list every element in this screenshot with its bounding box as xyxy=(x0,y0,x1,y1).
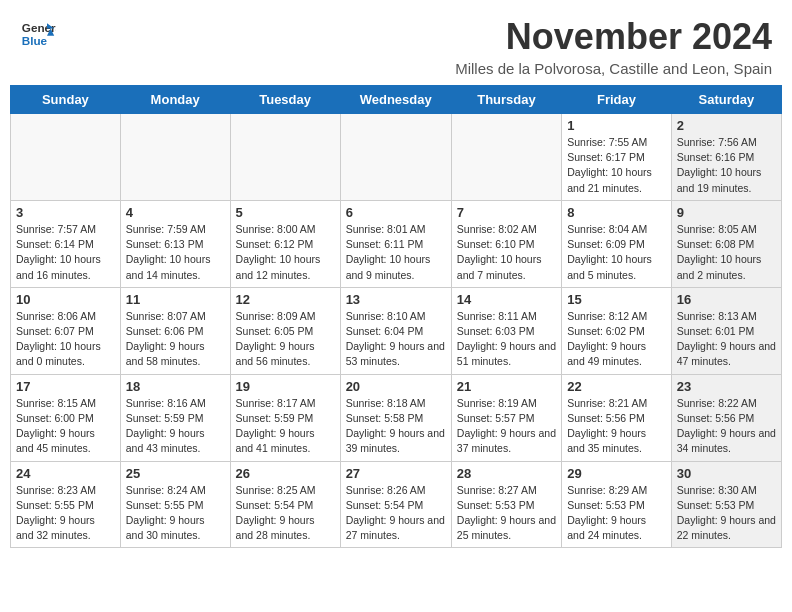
day-number: 9 xyxy=(677,205,776,220)
day-info: Sunrise: 8:11 AM Sunset: 6:03 PM Dayligh… xyxy=(457,309,556,370)
day-number: 22 xyxy=(567,379,666,394)
calendar-cell: 10Sunrise: 8:06 AM Sunset: 6:07 PM Dayli… xyxy=(11,287,121,374)
day-info: Sunrise: 7:59 AM Sunset: 6:13 PM Dayligh… xyxy=(126,222,225,283)
calendar-cell: 17Sunrise: 8:15 AM Sunset: 6:00 PM Dayli… xyxy=(11,374,121,461)
day-info: Sunrise: 8:15 AM Sunset: 6:00 PM Dayligh… xyxy=(16,396,115,457)
calendar-week-4: 17Sunrise: 8:15 AM Sunset: 6:00 PM Dayli… xyxy=(11,374,782,461)
col-sunday: Sunday xyxy=(11,86,121,114)
location: Milles de la Polvorosa, Castille and Leo… xyxy=(455,60,772,77)
calendar-cell: 8Sunrise: 8:04 AM Sunset: 6:09 PM Daylig… xyxy=(562,200,672,287)
day-number: 18 xyxy=(126,379,225,394)
calendar-wrapper: Sunday Monday Tuesday Wednesday Thursday… xyxy=(0,85,792,558)
calendar-cell: 28Sunrise: 8:27 AM Sunset: 5:53 PM Dayli… xyxy=(451,461,561,548)
day-info: Sunrise: 8:25 AM Sunset: 5:54 PM Dayligh… xyxy=(236,483,335,544)
calendar-cell: 4Sunrise: 7:59 AM Sunset: 6:13 PM Daylig… xyxy=(120,200,230,287)
calendar-cell: 20Sunrise: 8:18 AM Sunset: 5:58 PM Dayli… xyxy=(340,374,451,461)
calendar-week-1: 1Sunrise: 7:55 AM Sunset: 6:17 PM Daylig… xyxy=(11,114,782,201)
day-info: Sunrise: 8:24 AM Sunset: 5:55 PM Dayligh… xyxy=(126,483,225,544)
day-info: Sunrise: 8:00 AM Sunset: 6:12 PM Dayligh… xyxy=(236,222,335,283)
calendar-week-5: 24Sunrise: 8:23 AM Sunset: 5:55 PM Dayli… xyxy=(11,461,782,548)
day-info: Sunrise: 8:23 AM Sunset: 5:55 PM Dayligh… xyxy=(16,483,115,544)
col-wednesday: Wednesday xyxy=(340,86,451,114)
day-info: Sunrise: 8:04 AM Sunset: 6:09 PM Dayligh… xyxy=(567,222,666,283)
day-number: 20 xyxy=(346,379,446,394)
day-info: Sunrise: 8:22 AM Sunset: 5:56 PM Dayligh… xyxy=(677,396,776,457)
calendar-week-2: 3Sunrise: 7:57 AM Sunset: 6:14 PM Daylig… xyxy=(11,200,782,287)
day-number: 10 xyxy=(16,292,115,307)
day-number: 11 xyxy=(126,292,225,307)
calendar-cell: 26Sunrise: 8:25 AM Sunset: 5:54 PM Dayli… xyxy=(230,461,340,548)
day-number: 6 xyxy=(346,205,446,220)
calendar-week-3: 10Sunrise: 8:06 AM Sunset: 6:07 PM Dayli… xyxy=(11,287,782,374)
calendar-cell: 6Sunrise: 8:01 AM Sunset: 6:11 PM Daylig… xyxy=(340,200,451,287)
day-number: 5 xyxy=(236,205,335,220)
day-number: 4 xyxy=(126,205,225,220)
day-number: 30 xyxy=(677,466,776,481)
calendar-cell: 24Sunrise: 8:23 AM Sunset: 5:55 PM Dayli… xyxy=(11,461,121,548)
day-number: 15 xyxy=(567,292,666,307)
calendar-cell: 18Sunrise: 8:16 AM Sunset: 5:59 PM Dayli… xyxy=(120,374,230,461)
calendar-cell xyxy=(230,114,340,201)
day-number: 27 xyxy=(346,466,446,481)
calendar-cell: 3Sunrise: 7:57 AM Sunset: 6:14 PM Daylig… xyxy=(11,200,121,287)
calendar-cell xyxy=(11,114,121,201)
calendar-cell xyxy=(340,114,451,201)
day-number: 19 xyxy=(236,379,335,394)
calendar-cell: 16Sunrise: 8:13 AM Sunset: 6:01 PM Dayli… xyxy=(671,287,781,374)
calendar-cell: 27Sunrise: 8:26 AM Sunset: 5:54 PM Dayli… xyxy=(340,461,451,548)
day-info: Sunrise: 8:26 AM Sunset: 5:54 PM Dayligh… xyxy=(346,483,446,544)
calendar-cell: 13Sunrise: 8:10 AM Sunset: 6:04 PM Dayli… xyxy=(340,287,451,374)
day-number: 25 xyxy=(126,466,225,481)
calendar-cell: 2Sunrise: 7:56 AM Sunset: 6:16 PM Daylig… xyxy=(671,114,781,201)
day-info: Sunrise: 8:16 AM Sunset: 5:59 PM Dayligh… xyxy=(126,396,225,457)
col-friday: Friday xyxy=(562,86,672,114)
day-info: Sunrise: 8:18 AM Sunset: 5:58 PM Dayligh… xyxy=(346,396,446,457)
day-number: 14 xyxy=(457,292,556,307)
col-monday: Monday xyxy=(120,86,230,114)
day-info: Sunrise: 7:56 AM Sunset: 6:16 PM Dayligh… xyxy=(677,135,776,196)
calendar-table: Sunday Monday Tuesday Wednesday Thursday… xyxy=(10,85,782,548)
day-info: Sunrise: 8:29 AM Sunset: 5:53 PM Dayligh… xyxy=(567,483,666,544)
calendar-cell: 22Sunrise: 8:21 AM Sunset: 5:56 PM Dayli… xyxy=(562,374,672,461)
calendar-cell: 23Sunrise: 8:22 AM Sunset: 5:56 PM Dayli… xyxy=(671,374,781,461)
day-number: 12 xyxy=(236,292,335,307)
day-number: 29 xyxy=(567,466,666,481)
day-info: Sunrise: 8:09 AM Sunset: 6:05 PM Dayligh… xyxy=(236,309,335,370)
day-number: 17 xyxy=(16,379,115,394)
calendar-header-row: Sunday Monday Tuesday Wednesday Thursday… xyxy=(11,86,782,114)
svg-text:Blue: Blue xyxy=(22,34,48,47)
day-info: Sunrise: 8:30 AM Sunset: 5:53 PM Dayligh… xyxy=(677,483,776,544)
day-number: 8 xyxy=(567,205,666,220)
day-info: Sunrise: 8:06 AM Sunset: 6:07 PM Dayligh… xyxy=(16,309,115,370)
calendar-cell: 25Sunrise: 8:24 AM Sunset: 5:55 PM Dayli… xyxy=(120,461,230,548)
calendar-cell xyxy=(451,114,561,201)
day-number: 26 xyxy=(236,466,335,481)
calendar-cell: 19Sunrise: 8:17 AM Sunset: 5:59 PM Dayli… xyxy=(230,374,340,461)
calendar-cell: 30Sunrise: 8:30 AM Sunset: 5:53 PM Dayli… xyxy=(671,461,781,548)
day-number: 1 xyxy=(567,118,666,133)
calendar-cell xyxy=(120,114,230,201)
calendar-cell: 1Sunrise: 7:55 AM Sunset: 6:17 PM Daylig… xyxy=(562,114,672,201)
title-section: November 2024 Milles de la Polvorosa, Ca… xyxy=(455,16,772,77)
day-info: Sunrise: 8:21 AM Sunset: 5:56 PM Dayligh… xyxy=(567,396,666,457)
day-info: Sunrise: 8:10 AM Sunset: 6:04 PM Dayligh… xyxy=(346,309,446,370)
month-title: November 2024 xyxy=(455,16,772,58)
col-tuesday: Tuesday xyxy=(230,86,340,114)
logo: General Blue xyxy=(20,16,60,52)
day-info: Sunrise: 8:01 AM Sunset: 6:11 PM Dayligh… xyxy=(346,222,446,283)
calendar-cell: 21Sunrise: 8:19 AM Sunset: 5:57 PM Dayli… xyxy=(451,374,561,461)
day-info: Sunrise: 8:07 AM Sunset: 6:06 PM Dayligh… xyxy=(126,309,225,370)
day-number: 3 xyxy=(16,205,115,220)
calendar-cell: 7Sunrise: 8:02 AM Sunset: 6:10 PM Daylig… xyxy=(451,200,561,287)
calendar-cell: 14Sunrise: 8:11 AM Sunset: 6:03 PM Dayli… xyxy=(451,287,561,374)
page-header: General Blue November 2024 Milles de la … xyxy=(0,0,792,85)
day-number: 23 xyxy=(677,379,776,394)
day-info: Sunrise: 7:57 AM Sunset: 6:14 PM Dayligh… xyxy=(16,222,115,283)
day-number: 2 xyxy=(677,118,776,133)
day-info: Sunrise: 7:55 AM Sunset: 6:17 PM Dayligh… xyxy=(567,135,666,196)
day-info: Sunrise: 8:27 AM Sunset: 5:53 PM Dayligh… xyxy=(457,483,556,544)
calendar-cell: 12Sunrise: 8:09 AM Sunset: 6:05 PM Dayli… xyxy=(230,287,340,374)
day-info: Sunrise: 8:05 AM Sunset: 6:08 PM Dayligh… xyxy=(677,222,776,283)
logo-icon: General Blue xyxy=(20,16,56,52)
day-info: Sunrise: 8:13 AM Sunset: 6:01 PM Dayligh… xyxy=(677,309,776,370)
